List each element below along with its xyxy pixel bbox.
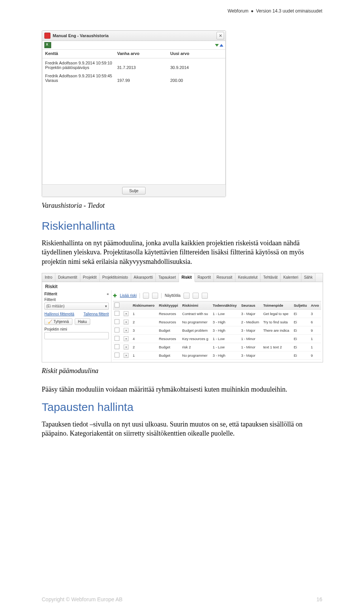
riskit-module: Intro Dokumentit Projektit Projektitoimi… (42, 273, 323, 362)
table-row[interactable]: ▾4ResourcesKey resources g1 - Low1 - Min… (113, 334, 321, 343)
project-name-input[interactable] (44, 332, 109, 339)
tab-sahk[interactable]: Sähk (301, 273, 316, 282)
toolbar-separator (161, 293, 162, 298)
view-grid-icon[interactable] (193, 293, 199, 299)
cell-name: Key resources g (181, 334, 212, 343)
cell-closed: Ei (292, 334, 309, 343)
dialog-toolbar (42, 41, 226, 50)
cell-action (262, 334, 292, 343)
section-heading-riskienhallinta: Riskienhallinta (42, 219, 322, 232)
th-cons[interactable]: Seuraus (240, 301, 262, 309)
section-body: Tapauksen tiedot –sivulla on nyt uusi ul… (42, 420, 322, 438)
table-row[interactable]: ▾1ResourcesContract with su1 - Low3 - Ma… (113, 309, 321, 318)
entry-old: 197.99 (117, 78, 170, 83)
plus-icon[interactable]: ✚ (113, 293, 117, 298)
collapse-icon[interactable]: « (107, 292, 109, 296)
tab-dokumentit[interactable]: Dokumentit (55, 273, 80, 282)
th-type[interactable]: Riskityyppi (157, 301, 181, 309)
tab-tapaukset[interactable]: Tapaukset (156, 273, 179, 282)
row-expand-icon[interactable]: ▾ (124, 328, 129, 333)
cell-num: 2 (131, 343, 157, 351)
arrow-up-icon[interactable] (220, 44, 223, 47)
excel-export-icon[interactable] (44, 42, 51, 48)
row-checkbox[interactable] (115, 353, 119, 357)
row-checkbox[interactable] (115, 328, 119, 332)
view-chart-icon[interactable] (202, 293, 208, 299)
close-button[interactable]: Sulje (122, 187, 146, 194)
row-expand-icon[interactable]: ▾ (124, 336, 129, 341)
search-button[interactable]: Haku (75, 318, 90, 325)
toolbar-separator (140, 293, 140, 298)
cell-prob: 1 - Low (211, 334, 240, 343)
entry-new: 200.00 (170, 78, 223, 83)
arrow-down-icon[interactable] (215, 44, 219, 47)
cell-prob: 3 - High (211, 351, 240, 359)
chevron-down-icon: ▾ (105, 304, 107, 308)
filter-select[interactable]: (Ei mitään) ▾ (44, 303, 109, 310)
th-action[interactable]: Toimenpide (262, 301, 292, 309)
tab-aikaraportti[interactable]: Aikaraportti (131, 273, 156, 282)
col-new: Uusi arvo (170, 51, 223, 56)
th-num[interactable]: Riskinumero (131, 301, 157, 309)
cell-prob: 3 - High (211, 326, 240, 334)
filter-select-value: (Ei mitään) (46, 304, 64, 308)
cell-value: 6 (309, 318, 321, 326)
th-name[interactable]: Riskinimi (181, 301, 212, 309)
close-icon[interactable]: ✕ (217, 32, 224, 39)
row-expand-icon[interactable]: ▾ (124, 345, 129, 350)
cell-value: 1 (309, 343, 321, 351)
cell-type: Resources (157, 334, 181, 343)
table-row[interactable]: ▾1BudgetNo programmer3 - High3 - MajorEi… (113, 351, 321, 359)
th-value[interactable]: Arvo (309, 301, 321, 309)
table-row[interactable]: ▾3BudgetBudget problem3 - High3 - MajorT… (113, 326, 321, 334)
row-checkbox[interactable] (115, 319, 119, 324)
row-checkbox[interactable] (115, 336, 119, 341)
cell-cons: 2 - Medium (240, 318, 262, 326)
tab-intro[interactable]: Intro (42, 273, 55, 282)
tab-kalenteri[interactable]: Kalenteri (281, 273, 301, 282)
cell-type: Budget (157, 351, 181, 359)
cell-num: 1 (131, 309, 157, 318)
row-checkbox[interactable] (115, 344, 119, 349)
th-prob[interactable]: Todennäköisy (211, 301, 240, 309)
tab-tehtavat[interactable]: Tehtävät (260, 273, 281, 282)
row-checkbox[interactable] (115, 311, 119, 316)
tool-icon[interactable] (152, 293, 158, 299)
cell-num: 4 (131, 334, 157, 343)
cell-value: 9 (309, 326, 321, 334)
cell-name: No programmer (181, 318, 212, 326)
tool-icon[interactable] (143, 293, 149, 299)
project-name-label: Projektin nimi (44, 327, 109, 331)
clear-button[interactable]: 🧹 Tyhjennä (44, 318, 72, 325)
tab-projektit[interactable]: Projektit (80, 273, 100, 282)
manage-filters-link[interactable]: Hallinnoi filttereitä (44, 312, 74, 316)
save-filters-link[interactable]: Tallenna filtterit (83, 312, 109, 316)
tab-resurssit[interactable]: Resurssit (214, 273, 235, 282)
version-text: Version 14.3 uudet ominaisuudet (256, 8, 322, 14)
filters-label: Filtterit (44, 292, 57, 296)
page-running-header: Webforum ● Version 14.3 uudet ominaisuud… (228, 8, 322, 14)
view-list-icon[interactable] (184, 293, 190, 299)
tab-raportit[interactable]: Raportit (195, 273, 214, 282)
row-expand-icon[interactable]: ▾ (124, 311, 129, 316)
brand: Webforum (228, 8, 248, 14)
th-closed[interactable]: Suljettu (292, 301, 309, 309)
tab-projektitoimisto[interactable]: Projektitoimisto (100, 273, 131, 282)
page-number: 16 (316, 596, 322, 602)
cell-cons: 3 - Major (240, 351, 262, 359)
section-body: Riskienhallinta on nyt päämoduulina, jon… (42, 238, 322, 266)
tab-keskustelut[interactable]: Keskustelut (235, 273, 261, 282)
cell-cons: 3 - Major (240, 309, 262, 318)
select-all-checkbox[interactable] (115, 303, 119, 307)
row-expand-icon[interactable]: ▾ (124, 320, 129, 325)
cell-value: 9 (309, 351, 321, 359)
table-row[interactable]: ▾2Budgetrisk 21 - Low1 - Minortext 1 tex… (113, 343, 321, 351)
tab-riskit[interactable]: Riskit (179, 273, 195, 282)
row-expand-icon[interactable]: ▾ (124, 353, 129, 358)
dialog-body: Fredrik Adolfsson 9.9.2014 10:59:10 Proj… (42, 58, 226, 184)
cell-prob: 3 - High (211, 318, 240, 326)
table-row[interactable]: ▾2ResourcesNo programmer3 - High2 - Medi… (113, 318, 321, 326)
add-risk-link[interactable]: Lisää riski (120, 293, 136, 298)
cell-type: Budget (157, 343, 181, 351)
cell-type: Resources (157, 309, 181, 318)
